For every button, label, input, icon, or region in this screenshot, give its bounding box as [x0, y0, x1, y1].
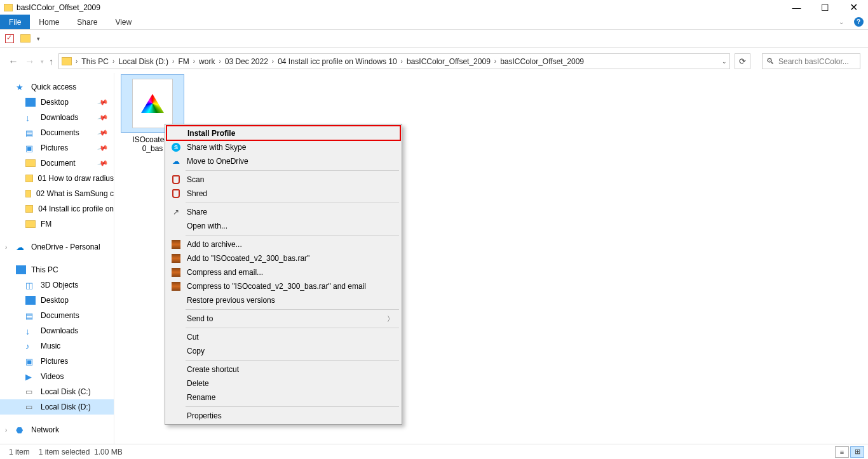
- ctx-send-to[interactable]: Send to 〉: [166, 312, 400, 326]
- view-details-button[interactable]: ≡: [835, 446, 849, 458]
- navigation-row: ← → ▾ ↑ › This PC › Local Disk (D:) › FM…: [0, 50, 868, 72]
- sidebar-item-recent[interactable]: 02 What is SamSung c: [0, 186, 114, 201]
- ctx-share[interactable]: ↗ Share: [166, 205, 400, 219]
- downloads-icon: ↓: [25, 113, 36, 122]
- ctx-delete[interactable]: Delete: [166, 376, 400, 390]
- sidebar-item-label: Quick access: [31, 83, 76, 91]
- ctx-cut[interactable]: Cut: [166, 330, 400, 344]
- breadcrumb[interactable]: Local Disk (D:): [116, 57, 171, 66]
- sidebar-item-network[interactable]: › ⬣ Network: [0, 422, 114, 437]
- sidebar-item-onedrive[interactable]: › ☁ OneDrive - Personal: [0, 239, 114, 255]
- sidebar-item-recent[interactable]: 01 How to draw radius: [0, 171, 114, 186]
- sidebar-item-recent[interactable]: FM: [0, 216, 114, 232]
- chevron-right-icon[interactable]: ›: [74, 58, 79, 65]
- history-chevron[interactable]: ▾: [41, 58, 44, 65]
- ctx-restore-versions[interactable]: Restore previous versions: [166, 293, 400, 307]
- breadcrumb[interactable]: work: [196, 57, 217, 66]
- ctx-move-onedrive[interactable]: ☁ Move to OneDrive: [166, 154, 400, 168]
- chevron-right-icon[interactable]: ›: [400, 58, 404, 65]
- maximize-button[interactable]: ☐: [811, 0, 839, 15]
- breadcrumb[interactable]: basICColor_Offset_2009: [498, 57, 587, 66]
- chevron-right-icon[interactable]: ›: [271, 58, 275, 65]
- sidebar-item-drive-d[interactable]: ▭ Local Disk (D:): [0, 399, 114, 415]
- ctx-copy[interactable]: Copy: [166, 344, 400, 358]
- context-menu: Install Profile S Share with Skype ☁ Mov…: [165, 124, 402, 425]
- ctx-item-label: Copy: [187, 347, 205, 356]
- ctx-item-label: Send to: [187, 314, 213, 323]
- chevron-right-icon[interactable]: ›: [493, 58, 498, 65]
- sidebar-item-label: Documents: [41, 128, 79, 137]
- ctx-item-label: Compress to "ISOcoated_v2_300_bas.rar" a…: [187, 282, 366, 291]
- sidebar-item-documents[interactable]: ▤ Documents 📌: [0, 125, 114, 140]
- breadcrumb[interactable]: basICColor_Offset_2009: [404, 57, 493, 66]
- chevron-right-icon[interactable]: ›: [111, 58, 116, 65]
- ctx-item-label: Cut: [187, 333, 199, 342]
- ctx-create-shortcut[interactable]: Create shortcut: [166, 363, 400, 376]
- breadcrumb[interactable]: This PC: [79, 57, 111, 66]
- ribbon-expand-chevron[interactable]: ⌄: [834, 15, 849, 29]
- pictures-icon: ▣: [25, 143, 36, 152]
- view-icons-button[interactable]: ⊞: [850, 446, 864, 458]
- archive-icon: [171, 267, 181, 277]
- sidebar-item-document[interactable]: Document 📌: [0, 156, 114, 171]
- ctx-scan[interactable]: Scan: [166, 173, 400, 187]
- sidebar-item-desktop[interactable]: Desktop: [0, 293, 114, 308]
- tab-file[interactable]: File: [0, 15, 30, 29]
- tab-home[interactable]: Home: [30, 15, 68, 29]
- properties-icon[interactable]: [5, 34, 14, 43]
- ctx-share-skype[interactable]: S Share with Skype: [166, 140, 400, 154]
- chevron-right-icon[interactable]: ›: [171, 58, 175, 65]
- status-selected: 1 item selected: [39, 448, 90, 456]
- new-folder-icon[interactable]: [20, 34, 31, 43]
- shield-icon: [171, 189, 181, 199]
- sidebar-item-recent[interactable]: 04 Install icc profile on: [0, 201, 114, 216]
- sidebar-item-3d-objects[interactable]: ◫ 3D Objects: [0, 277, 114, 293]
- address-dropdown-icon[interactable]: ⌄: [722, 58, 727, 65]
- chevron-right-icon[interactable]: ›: [5, 244, 7, 251]
- sidebar-item-desktop[interactable]: Desktop 📌: [0, 95, 114, 110]
- sidebar-item-thispc[interactable]: This PC: [0, 262, 114, 277]
- sidebar-item-pictures[interactable]: ▣ Pictures: [0, 354, 114, 369]
- ctx-install-profile[interactable]: Install Profile: [166, 125, 401, 141]
- cloud-icon: ☁: [16, 243, 26, 251]
- refresh-button[interactable]: ⟳: [735, 53, 750, 69]
- sidebar-item-videos[interactable]: ▶ Videos: [0, 369, 114, 384]
- chevron-right-icon[interactable]: ›: [5, 427, 7, 434]
- pin-icon: 📌: [97, 157, 109, 169]
- close-button[interactable]: ✕: [839, 0, 868, 15]
- sidebar-item-pictures[interactable]: ▣ Pictures 📌: [0, 140, 114, 156]
- ctx-compress-to-email[interactable]: Compress to "ISOcoated_v2_300_bas.rar" a…: [166, 279, 400, 293]
- sidebar-item-quick-access[interactable]: ★ Quick access: [0, 79, 114, 95]
- ctx-item-label: Shred: [187, 189, 207, 198]
- sidebar-item-documents[interactable]: ▤ Documents: [0, 308, 114, 323]
- ctx-item-label: Share with Skype: [187, 143, 246, 152]
- forward-button: →: [24, 56, 36, 67]
- ctx-add-archive[interactable]: Add to archive...: [166, 237, 400, 251]
- breadcrumb[interactable]: 04 Install icc profile on Windows 10: [275, 57, 399, 66]
- up-button[interactable]: ↑: [49, 57, 53, 67]
- qat-chevron-icon[interactable]: ▾: [37, 36, 40, 42]
- breadcrumb[interactable]: 03 Dec 2022: [222, 57, 271, 66]
- help-button[interactable]: ?: [849, 15, 868, 29]
- chevron-right-icon[interactable]: ›: [217, 58, 222, 65]
- address-bar[interactable]: › This PC › Local Disk (D:) › FM › work …: [58, 53, 730, 69]
- ctx-add-to-rar[interactable]: Add to "ISOcoated_v2_300_bas.rar": [166, 251, 400, 265]
- sidebar-item-music[interactable]: ♪ Music: [0, 338, 114, 354]
- back-button[interactable]: ←: [8, 56, 19, 67]
- breadcrumb[interactable]: FM: [175, 57, 191, 66]
- sidebar-item-label: Desktop: [41, 296, 69, 305]
- ctx-open-with[interactable]: Open with...: [166, 219, 400, 233]
- ctx-shred[interactable]: Shred: [166, 187, 400, 201]
- tab-view[interactable]: View: [106, 15, 140, 29]
- ctx-rename[interactable]: Rename: [166, 390, 400, 404]
- sidebar-item-downloads[interactable]: ↓ Downloads: [0, 323, 114, 338]
- minimize-button[interactable]: —: [782, 0, 811, 15]
- sidebar-item-downloads[interactable]: ↓ Downloads 📌: [0, 110, 114, 125]
- folder-icon: [25, 159, 36, 167]
- ctx-compress-email[interactable]: Compress and email...: [166, 265, 400, 279]
- tab-share[interactable]: Share: [68, 15, 106, 29]
- chevron-right-icon[interactable]: ›: [192, 58, 196, 65]
- sidebar-item-drive-c[interactable]: ▭ Local Disk (C:): [0, 384, 114, 399]
- ctx-properties[interactable]: Properties: [166, 409, 400, 423]
- search-input[interactable]: 🔍︎ Search basICColor...: [762, 53, 860, 69]
